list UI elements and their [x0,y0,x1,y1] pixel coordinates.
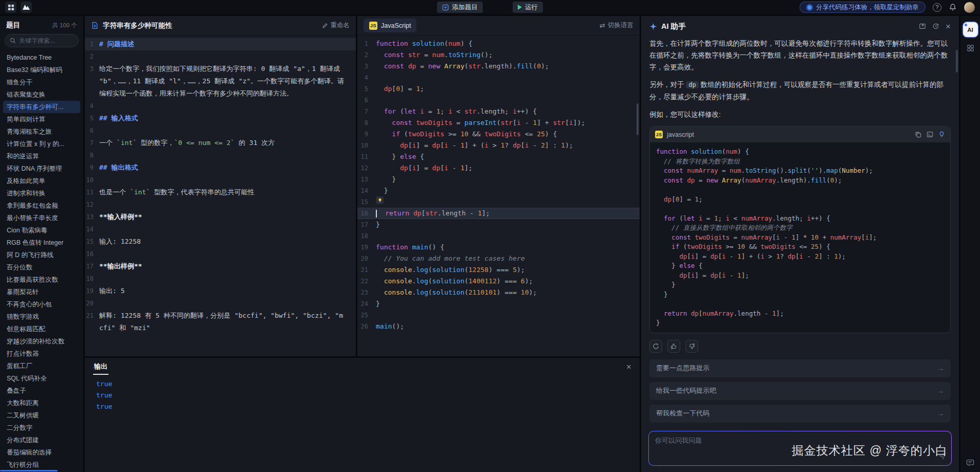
editor-line[interactable]: 9 if (twoDigits >= 10 && twoDigits <= 25… [357,129,640,140]
editor-line[interactable]: 3给定一个数字，我们按照如下规则把它翻译为字符串: 0 翻译成 "a"，1 翻译… [85,63,356,100]
sidebar-item[interactable]: 简单四则计算 [3,113,80,125]
problem-editor[interactable]: 1# 问题描述23给定一个数字，我们按照如下规则把它翻译为字符串: 0 翻译成 … [85,35,356,356]
sidebar-item[interactable]: 飞行棋分组 [3,459,80,471]
editor-line[interactable]: 21解释: 12258 有 5 种不同的翻译，分别是 "bccfi", "bwf… [85,310,356,334]
sidebar-item[interactable]: 拿到最多红包金额 [3,199,80,212]
editor-line[interactable]: 18 [85,273,356,285]
sidebar-item[interactable]: RGB 色值转 Integer [3,237,80,249]
editor-line[interactable]: 6 [85,124,356,137]
insert-code-icon[interactable] [927,131,933,138]
output-tab[interactable]: 输出 [93,358,108,375]
sidebar-item[interactable]: Bytedance Tree [3,51,80,64]
editor-line[interactable]: 8 [85,149,356,161]
sidebar-item[interactable]: 字符串有多少种可... [3,101,80,113]
sidebar-item[interactable]: 二叉树供暖 [3,409,80,422]
editor-line[interactable]: 6 [357,95,640,106]
switch-language-button[interactable]: ⇄ 切换语言 [600,21,633,30]
regenerate-button[interactable] [649,340,662,353]
help-icon[interactable]: ? [933,3,941,12]
code-editor[interactable]: 1function solution(num) {2 const str = n… [357,35,640,356]
editor-line[interactable]: 8 const twoDigits = parseInt(str[i - 1] … [357,117,640,129]
suggestion-button[interactable]: 给我一些代码提示吧→ [649,382,951,400]
editor-line[interactable]: 24} [357,298,640,310]
editor-line[interactable]: 9## 输出格式 [85,161,356,174]
copy-icon[interactable] [915,131,921,138]
sidebar-item[interactable]: 及格如此简单 [3,175,80,187]
editor-line[interactable]: 25 [357,310,640,321]
sidebar-item[interactable]: SQL 代码补全 [3,372,80,385]
editor-line[interactable]: 2 [85,50,356,63]
sidebar-item[interactable]: Cion 勒索病毒 [3,224,80,237]
editor-line[interactable]: 16 [85,248,356,260]
sidebar-item[interactable]: 青海湖租车之旅 [3,125,80,138]
run-button[interactable]: 运行 [513,2,543,13]
apps-rail-icon[interactable] [967,44,974,52]
editor-line[interactable]: 22 console.log(solution(1400112) === 6); [357,276,640,287]
editor-scrollbar[interactable] [637,103,639,135]
editor-line[interactable]: 7一个 `int` 型的数字，`0 <= num <= 2` 的 31 次方 [85,137,356,149]
brand-logo[interactable] [21,2,32,13]
ai-scrollbar[interactable] [956,50,958,72]
sidebar-item[interactable]: 叠盘子 [3,385,80,397]
sidebar-item[interactable]: 不再贪心的小包 [3,298,80,311]
editor-line[interactable]: 15输入: 12258 [85,235,356,248]
ai-rail-button[interactable]: AI [963,22,978,37]
sidebar-item[interactable]: 创意标题匹配 [3,323,80,335]
sidebar-item[interactable]: 穿越沙漠的补给次数 [3,335,80,348]
chat-rail-icon[interactable] [966,459,974,467]
editor-line[interactable]: 5## 输入格式 [85,112,356,124]
editor-line[interactable]: 10 [85,174,356,186]
suggestion-button[interactable]: 需要一点思路提示→ [649,359,951,377]
editor-line[interactable]: 19function main() { [357,242,640,253]
editor-line[interactable]: 14 [85,223,356,235]
open-panel-icon[interactable] [919,23,926,30]
sidebar-item[interactable]: 蛋糕工厂 [3,360,80,372]
editor-line[interactable]: 15 [357,196,640,208]
editor-line[interactable]: 11也是一个 `int` 型数字，代表字符串的总共可能性 [85,186,356,198]
editor-line[interactable]: 7 for (let i = 1; i < str.length; i++) { [357,106,640,117]
sidebar-item[interactable]: 大数和距离 [3,397,80,409]
sidebar-item[interactable]: 最小替换子串长度 [3,212,80,224]
editor-line[interactable]: 10 dp[i] = dp[i - 1] + (i > 1? dp[i - 2]… [357,140,640,151]
sidebar-item[interactable]: Base32 编码和解码 [3,64,80,76]
editor-line[interactable]: 13 } [357,174,640,185]
sidebar-item[interactable]: 环状 DNA 序列整理 [3,162,80,175]
language-tab[interactable]: JS JavaScript [364,19,416,32]
editor-line[interactable]: 20 [85,297,356,310]
search-input[interactable] [19,37,74,44]
editor-line[interactable]: 4 [357,72,640,83]
close-output-icon[interactable]: × [626,362,631,371]
editor-line[interactable]: 5 dp[0] = 1; [357,83,640,95]
editor-line[interactable]: 21 console.log(solution(12258) === 5); [357,264,640,276]
editor-line[interactable]: 4 [85,100,356,112]
editor-line[interactable]: 16 return dp[str.length - 1]; [357,208,640,219]
sidebar-item[interactable]: 阿 D 的飞行路线 [3,249,80,261]
editor-line[interactable]: 1# 问题描述 [85,38,356,50]
editor-line[interactable]: 1function solution(num) { [357,38,640,49]
sidebar-item[interactable]: 番茄编辑的选择 [3,446,80,459]
sidebar-item[interactable]: 打点计数器 [3,348,80,360]
editor-line[interactable]: 13**输入样例** [85,211,356,223]
editor-line[interactable]: 18 [357,230,640,242]
sidebar-item[interactable]: 分布式团建 [3,434,80,446]
sidebar-item[interactable]: 猫鱼分干 [3,76,80,88]
editor-line[interactable]: 3 const dp = new Array(str.length).fill(… [357,61,640,72]
sidebar-item[interactable]: 比赛最高获胜次数 [3,274,80,286]
history-icon[interactable] [932,23,939,30]
editor-line[interactable]: 17} [357,219,640,230]
editor-line[interactable]: 20 // You can add more test cases here [357,253,640,264]
editor-line[interactable]: 17**输出样例** [85,260,356,273]
sidebar-item[interactable]: 猜数字游戏 [3,311,80,323]
sidebar-item[interactable]: 二分数字 [3,422,80,434]
thumbs-down-button[interactable] [685,340,698,353]
editor-line[interactable]: 11 } else { [357,151,640,162]
sidebar-item[interactable]: 和的逆运算 [3,150,80,162]
bell-icon[interactable] [949,3,957,11]
thumbs-up-button[interactable] [667,340,680,353]
magic-bulb-icon[interactable] [938,131,945,138]
editor-line[interactable]: 26main(); [357,321,640,332]
ai-input-box[interactable] [648,431,952,466]
sidebar-item[interactable]: 进制求和转换 [3,187,80,199]
avatar[interactable] [964,2,975,13]
add-problem-button[interactable]: 添加题目 [437,2,483,13]
